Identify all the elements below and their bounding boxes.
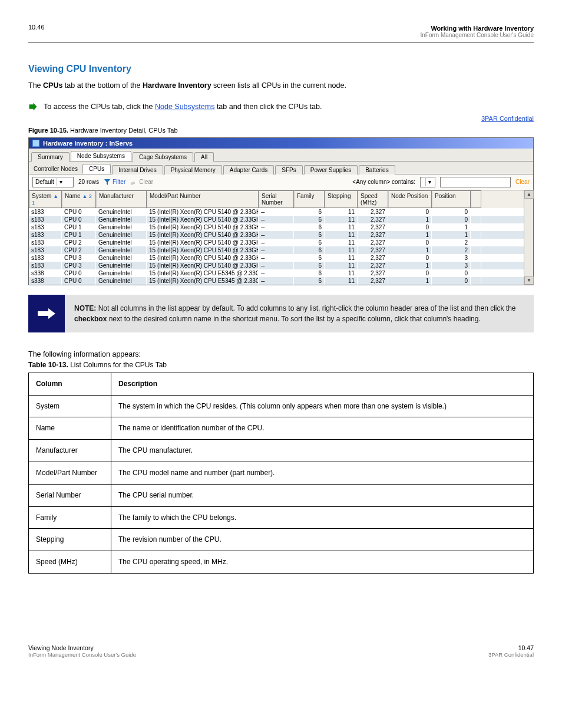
figure-caption: Hardware Inventory Detail, CPUs Tab [68,127,178,134]
tab-all[interactable]: All [194,152,214,162]
def-col-header: Description [111,373,534,395]
svg-rect-2 [131,182,135,185]
table-row: Serial NumberThe CPU serial number. [29,484,534,506]
table-row[interactable]: s183CPU 0GenuineIntel15 (Intel(R) Xeon(R… [29,216,533,223]
table-row[interactable]: s183CPU 2GenuineIntel15 (Intel(R) Xeon(R… [29,246,533,254]
scroll-down-button[interactable]: ▼ [524,276,534,285]
window-titlebar: Hardware Inventory : InServs [29,138,533,149]
clear-search-link[interactable]: Clear [515,179,530,185]
hardware-inventory-panel: Hardware Inventory : InServs SummaryNode… [28,137,534,285]
svg-marker-1 [104,179,110,185]
def-intro: The following information appears: [28,350,534,358]
table-row[interactable]: s183CPU 3GenuineIntel15 (Intel(R) Xeon(R… [29,262,533,269]
column-header[interactable]: Node Position [388,190,432,208]
subtab-adapter-cards[interactable]: Adapter Cards [223,165,274,174]
column-header[interactable]: Manufacturer [96,190,147,208]
chapter-title: Working with Hardware Inventory [420,25,534,32]
table-row: SystemThe system in which the CPU reside… [29,395,534,417]
section-title: Viewing CPU Inventory [28,64,534,74]
def-col-header: Column [29,373,111,395]
chevron-down-icon: ▾ [57,178,65,186]
footer-page: 10.47 [488,644,534,651]
step-text-tail: tab and then click the CPUs tab. [217,103,322,111]
column-header[interactable]: Family [294,190,325,208]
outer-tabs: SummaryNode SubsystemsCage SubsystemsAll [29,149,533,162]
table-row: NameThe name or identification number of… [29,417,534,440]
guide-title: InForm Management Console User's Guide [420,32,534,38]
column-header[interactable]: Speed (MHz) [358,190,388,208]
table-row[interactable]: s183CPU 2GenuineIntel15 (Intel(R) Xeon(R… [29,239,533,246]
window-title: Hardware Inventory : InServs [43,140,133,147]
table-caption: List Columns for the CPUs Tab [68,361,167,369]
footer-section: Viewing Node Inventory [28,644,136,651]
subtab-cpus[interactable]: CPUs [82,164,111,174]
scroll-up-button[interactable]: ▲ [524,190,534,199]
funnel-icon [104,179,111,186]
search-input[interactable] [440,177,511,187]
column-header[interactable] [471,190,481,208]
scrollbar[interactable]: ▲ ▼ [524,190,533,285]
eraser-icon [130,179,137,186]
table-header[interactable]: System ▲ 1Name ▲ 2ManufacturerModel/Part… [29,190,533,208]
chevron-down-icon: ▾ [425,178,434,186]
subtab-power-supplies[interactable]: Power Supplies [304,165,358,174]
table-row[interactable]: s183CPU 1GenuineIntel15 (Intel(R) Xeon(R… [29,231,533,239]
view-dropdown[interactable]: Default ▾ [32,177,74,187]
footer-guide: InForm Management Console User's Guide [28,651,136,658]
footer-confidential: 3PAR Confidential [488,651,534,658]
table-label: Table 10-13. [28,361,68,369]
tab-cage-subsystems[interactable]: Cage Subsystems [133,152,193,162]
subtab-physical-memory[interactable]: Physical Memory [164,165,222,174]
column-header[interactable]: Stepping [325,190,358,208]
inner-tabs: Controller Nodes CPUsInternal DrivesPhys… [29,162,533,174]
svg-marker-3 [38,308,55,319]
page-number-top: 10.46 [28,24,45,31]
subtab-sfps[interactable]: SFPs [275,165,302,174]
tab-summary[interactable]: Summary [31,152,70,162]
note-text: NOTE: Not all columns in the list appear… [65,295,534,332]
subtab-batteries[interactable]: Batteries [359,165,395,174]
column-header[interactable]: System ▲ 1 [29,190,62,208]
table-row: Speed (MHz)The CPU operating speed, in M… [29,551,534,574]
note-arrow-icon [28,295,65,332]
column-header[interactable]: Position [432,190,471,208]
svg-marker-0 [29,103,37,110]
table-row[interactable]: s183CPU 0GenuineIntel15 (Intel(R) Xeon(R… [29,208,533,216]
table-row: Model/Part NumberThe CPU model name and … [29,462,534,484]
search-column-dropdown[interactable]: ▾ [420,177,435,187]
node-subsystems-link[interactable]: Node Subsystems [155,103,214,111]
table-row: FamilyThe family to which the CPU belong… [29,506,534,529]
table-row[interactable]: s183CPU 3GenuineIntel15 (Intel(R) Xeon(R… [29,254,533,262]
table-row[interactable]: s338CPU 0GenuineIntel15 (Intel(R) Xeon(R… [29,269,533,277]
definitions-table: Column Description SystemThe system in w… [28,373,534,574]
subtab-internal-drives[interactable]: Internal Drives [112,165,163,174]
table-row: SteppingThe revision number of the CPU. [29,529,534,551]
confidential-link[interactable]: 3PAR Confidential [481,115,534,122]
column-header[interactable]: Name ▲ 2 [62,190,96,208]
header-rule [28,42,534,42]
step-text-lead: To access the CPUs tab, click the [44,103,155,111]
search-label: <Any column> contains: [352,179,415,185]
column-header[interactable]: Model/Part Number [147,190,259,208]
tab-node-subsystems[interactable]: Node Subsystems [71,151,131,161]
filter-bar: Default ▾ 20 rows Filter Clear <An [29,174,533,190]
step-arrow-icon [28,102,38,111]
filter-button[interactable]: Filter [104,179,125,186]
window-icon [32,140,39,147]
table-row[interactable]: s338CPU 0GenuineIntel15 (Intel(R) Xeon(R… [29,277,533,285]
table-body: s183CPU 0GenuineIntel15 (Intel(R) Xeon(R… [29,208,533,285]
column-header[interactable]: Serial Number [259,190,294,208]
table-row[interactable]: s183CPU 1GenuineIntel15 (Intel(R) Xeon(R… [29,223,533,231]
figure-label: Figure 10-15. [28,127,68,134]
row-count: 20 rows [78,179,99,185]
controller-nodes-label: Controller Nodes [31,164,82,174]
intro-paragraph: The CPUs tab at the bottom of the Hardwa… [28,80,534,91]
clear-disabled-button: Clear [130,179,153,186]
table-row: ManufacturerThe CPU manufacturer. [29,440,534,462]
